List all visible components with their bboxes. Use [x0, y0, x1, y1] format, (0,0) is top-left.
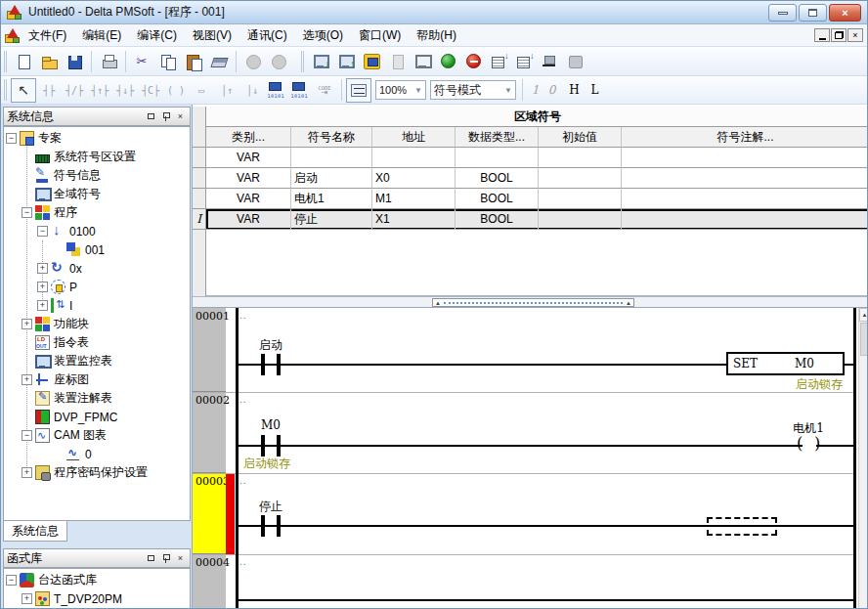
rising-contact-button[interactable]: ┤↑├ [87, 78, 112, 103]
tree-item-network-001[interactable]: 001 [4, 240, 190, 259]
cell-address[interactable]: M1 [372, 189, 456, 209]
tree-item-password-protect[interactable]: + 程序密码保护设置 [4, 463, 190, 482]
tree-item-coordinate-chart[interactable]: + 座标图 [4, 370, 190, 389]
cell-symbol-name[interactable]: 电机1 [291, 189, 372, 209]
collapse-icon[interactable]: − [37, 226, 48, 237]
cell-address[interactable]: X1 [372, 209, 456, 230]
expand-icon[interactable]: + [37, 263, 48, 274]
child-close-button[interactable]: × [847, 28, 863, 42]
close-button[interactable]: × [829, 4, 861, 22]
ladder-mode-button[interactable]: 10101 [288, 78, 312, 103]
tree-item-delta-library[interactable]: − 台达函式库 [4, 571, 190, 589]
cell-data-type[interactable]: BOOL [456, 168, 539, 189]
panel-pin-button[interactable] [159, 552, 172, 564]
network-number[interactable]: 00004 [193, 554, 226, 609]
tree-item-instruction-list[interactable]: 指令表 [4, 333, 190, 352]
row-gutter[interactable] [193, 168, 206, 189]
save-button[interactable] [62, 49, 87, 73]
cell-address[interactable]: X0 [372, 168, 456, 189]
erase-button[interactable] [206, 49, 232, 73]
minimize-button[interactable] [768, 4, 797, 22]
stop-button[interactable] [460, 49, 486, 73]
cell-symbol-name[interactable]: 停止 [291, 209, 372, 230]
run-button[interactable] [435, 49, 460, 73]
table-row[interactable]: VAR 启动 X0 BOOL [206, 168, 868, 189]
copy-button[interactable] [155, 49, 181, 73]
tree-item-function-block[interactable]: + 功能块 [4, 315, 190, 333]
tree-item-device-comment-table[interactable]: 装置注解表 [4, 389, 190, 408]
maximize-button[interactable] [799, 4, 827, 22]
expand-icon[interactable]: + [22, 319, 32, 329]
row-gutter-cursor[interactable]: I [193, 209, 206, 230]
cell-data-type[interactable]: BOOL [456, 189, 539, 209]
ladder-editor[interactable]: 00001 00002 00003 00004 .. .. .. .. 启动 S… [193, 308, 868, 609]
contact-bar[interactable] [277, 515, 281, 537]
menu-view[interactable]: 视图(V) [185, 24, 239, 46]
tree-item-ox[interactable]: + 0x [4, 259, 190, 278]
edit-word-register-button[interactable] [486, 49, 511, 73]
tree-item-dvp-fpmc[interactable]: DVP_FPMC [4, 408, 190, 426]
cell-data-type[interactable]: BOOL [456, 209, 539, 230]
nc-contact-button[interactable]: ┤/├ [62, 78, 87, 103]
table-row[interactable]: VAR 电机1 M1 BOOL [206, 189, 868, 209]
toolbar-grip[interactable] [4, 79, 9, 101]
menu-compile[interactable]: 编译(C) [129, 24, 185, 46]
child-minimize-button[interactable] [814, 28, 830, 42]
contact-bar[interactable] [261, 435, 265, 457]
display-mode-select[interactable]: 符号模式▼ [430, 80, 516, 100]
menu-file[interactable]: 文件(F) [21, 24, 74, 46]
tree-item-project[interactable]: − 专案 [4, 129, 190, 148]
vertical-line-down-button[interactable]: │↓ [239, 78, 265, 103]
network-number[interactable]: 00002 [193, 392, 226, 473]
logic-low-button[interactable]: L [586, 80, 603, 100]
logic-high-button[interactable]: H [566, 80, 583, 100]
download-program-button[interactable]: ↓ [308, 49, 333, 73]
edit-cursor[interactable] [707, 517, 777, 536]
menu-help[interactable]: 帮助(H) [409, 24, 464, 46]
zoom-select[interactable]: 100%▼ [375, 80, 426, 100]
no-contact-button[interactable]: ┤├ [36, 78, 62, 103]
expand-icon[interactable]: + [22, 467, 32, 478]
output-coil-button[interactable]: ( ) [163, 78, 189, 103]
panel-close-button[interactable]: × [174, 552, 187, 564]
ladder-view-button[interactable] [346, 78, 371, 103]
device-monitor-button[interactable] [410, 49, 435, 73]
cell-initial-value[interactable] [539, 209, 622, 230]
panel-float-button[interactable] [145, 552, 157, 564]
contact-bar[interactable] [277, 354, 281, 375]
col-header-comment[interactable]: 符号注解... [622, 127, 868, 148]
select-pointer-button[interactable]: ↖ [11, 78, 36, 103]
force-off-button[interactable]: 0 [543, 80, 560, 100]
cell-initial-value[interactable] [539, 168, 622, 189]
cell-class[interactable]: VAR [206, 168, 291, 189]
menu-window[interactable]: 窗口(W) [351, 24, 409, 46]
cell-data-type[interactable] [456, 148, 539, 168]
tree-item-interrupt[interactable]: + I [4, 296, 190, 315]
tree-item-global-symbols[interactable]: 全域符号 [4, 185, 190, 203]
tree-item-system-symbol-area[interactable]: 系统符号区设置 [4, 148, 190, 166]
cell-initial-value[interactable] [539, 189, 622, 209]
tree-item-device-monitor-table[interactable]: 装置监控表 [4, 352, 190, 370]
menu-options[interactable]: 选项(O) [295, 24, 351, 46]
cell-address[interactable] [372, 148, 456, 168]
scroll-up-icon[interactable]: ▲ [859, 308, 868, 322]
document-icon[interactable] [5, 28, 21, 43]
toolbar-grip[interactable] [4, 51, 9, 72]
cell-class[interactable]: VAR [206, 209, 291, 230]
panel-pin-button[interactable] [159, 110, 172, 122]
scrollbar-thumb[interactable] [860, 323, 868, 356]
coil-close-paren[interactable]: ) [814, 436, 820, 452]
cell-initial-value[interactable] [539, 148, 622, 168]
cell-comment[interactable] [622, 148, 868, 168]
online-edit-button[interactable] [359, 49, 384, 73]
falling-contact-button[interactable]: ┤↓├ [112, 78, 138, 103]
cell-class[interactable]: VAR [206, 148, 291, 168]
comment-button[interactable] [562, 49, 587, 73]
table-row[interactable]: VAR [206, 148, 868, 168]
cell-symbol-name[interactable]: 启动 [291, 168, 372, 189]
instruction-mode-button[interactable]: 10101 [265, 78, 288, 103]
contact-bar[interactable] [261, 354, 265, 375]
network-number[interactable]: 00001 [193, 308, 226, 392]
collapse-icon[interactable]: − [22, 207, 32, 218]
set-instruction-box[interactable]: SET M0 [726, 352, 845, 375]
